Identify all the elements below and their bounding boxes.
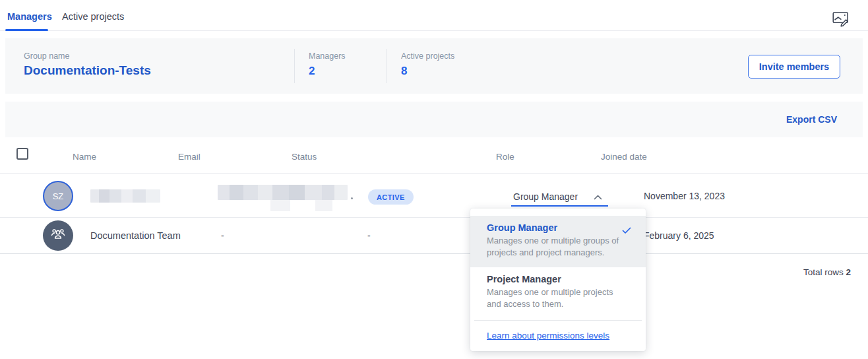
member-name-cell: Documentation Team <box>90 230 181 241</box>
member-avatar: SZ <box>43 181 73 211</box>
total-rows-value: 2 <box>846 267 851 277</box>
tabbar-divider <box>0 30 868 31</box>
stat-divider <box>294 49 295 83</box>
managers-count-label: Managers <box>309 51 346 61</box>
joined-date-cell: February 6, 2025 <box>644 230 714 241</box>
table-toolbar-band: Export CSV <box>5 102 863 137</box>
role-option-group-manager[interactable]: Group Manager Manages one or multiple gr… <box>470 216 646 267</box>
redacted-member-email <box>270 200 290 211</box>
status-cell: - <box>367 230 371 241</box>
select-all-checkbox[interactable] <box>16 148 28 160</box>
column-header-role[interactable]: Role <box>496 152 514 162</box>
compose-message-button[interactable] <box>830 9 851 30</box>
role-select-focus-underline <box>511 205 608 207</box>
member-email-cell: - <box>221 230 224 241</box>
group-summary-band: Group name Documentation-Tests Managers … <box>5 38 863 94</box>
team-avatar <box>43 220 73 251</box>
active-projects-count-value: 8 <box>401 65 407 78</box>
role-select[interactable]: Group Manager <box>513 191 602 203</box>
export-csv-link[interactable]: Export CSV <box>786 114 837 125</box>
role-option-project-manager[interactable]: Project Manager Manages one or multiple … <box>470 267 646 319</box>
role-option-title: Group Manager <box>487 222 629 233</box>
total-rows-label: Total rows <box>803 267 844 277</box>
invite-members-button[interactable]: Invite members <box>748 55 840 79</box>
row-divider <box>0 217 868 218</box>
table-header-divider <box>0 173 868 174</box>
email-period <box>351 197 353 199</box>
team-icon <box>49 226 67 245</box>
joined-date-cell: November 13, 2023 <box>644 191 725 201</box>
column-header-status[interactable]: Status <box>292 152 317 162</box>
redacted-member-name <box>90 189 160 203</box>
chevron-up-icon <box>594 191 602 203</box>
column-header-name[interactable]: Name <box>73 152 96 162</box>
redacted-member-email <box>315 200 332 211</box>
checkmark-icon <box>622 225 631 237</box>
group-name-label: Group name <box>24 51 69 61</box>
active-tab-underline <box>5 29 48 31</box>
stat-divider <box>387 49 387 83</box>
column-header-joined-date[interactable]: Joined date <box>601 152 647 162</box>
role-option-description: Manages one or multiple projects and acc… <box>487 286 623 311</box>
row-divider <box>0 253 868 254</box>
compose-message-icon <box>832 9 850 30</box>
permissions-levels-link[interactable]: Learn about permissions levels <box>487 331 609 341</box>
role-select-value: Group Manager <box>513 191 578 202</box>
role-option-title: Project Manager <box>487 274 629 284</box>
total-rows: Total rows 2 <box>803 267 851 277</box>
avatar-initials: SZ <box>53 191 64 201</box>
column-header-email[interactable]: Email <box>178 152 201 162</box>
members-page: Managers Active projects Group name Docu… <box>0 0 868 359</box>
group-name-value: Documentation-Tests <box>24 63 151 78</box>
managers-count-value: 2 <box>309 65 315 78</box>
tab-active-projects[interactable]: Active projects <box>62 11 124 22</box>
status-badge: ACTIVE <box>368 189 414 205</box>
active-projects-count-label: Active projects <box>401 51 454 61</box>
role-dropdown: Group Manager Manages one or multiple gr… <box>470 209 646 351</box>
role-option-description: Manages one or multiple groups of projec… <box>487 235 623 259</box>
tab-managers[interactable]: Managers <box>7 11 52 22</box>
redacted-member-email <box>218 185 348 200</box>
